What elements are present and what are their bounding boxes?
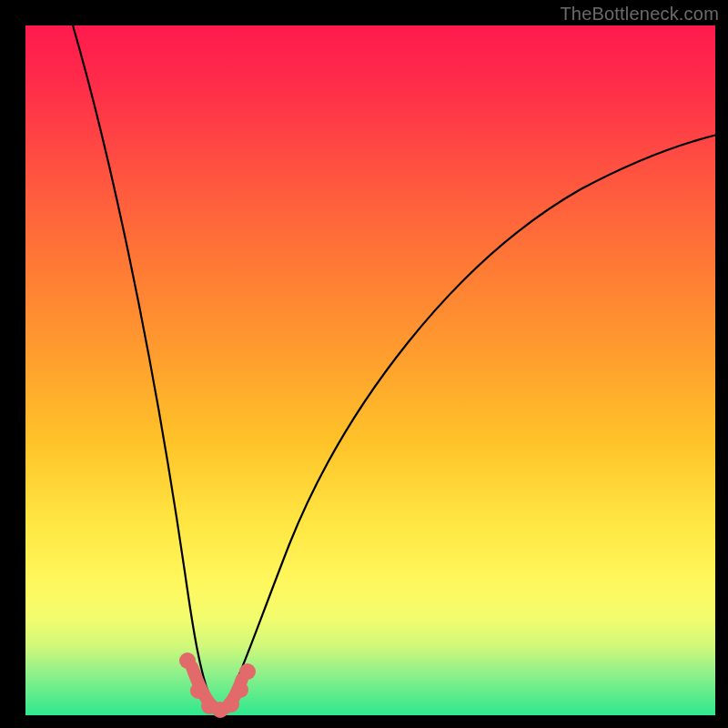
watermark-text: TheBottleneck.com: [560, 4, 719, 25]
curve-layer: [25, 25, 715, 715]
chart-frame: TheBottleneck.com: [0, 0, 728, 728]
marker-dot: [239, 663, 256, 680]
marker-dot: [223, 696, 239, 713]
marker-dot: [179, 652, 196, 669]
plot-area: [25, 25, 715, 715]
marker-dot: [190, 682, 207, 699]
bottleneck-curve: [62, 0, 717, 706]
marker-dot: [232, 682, 248, 698]
